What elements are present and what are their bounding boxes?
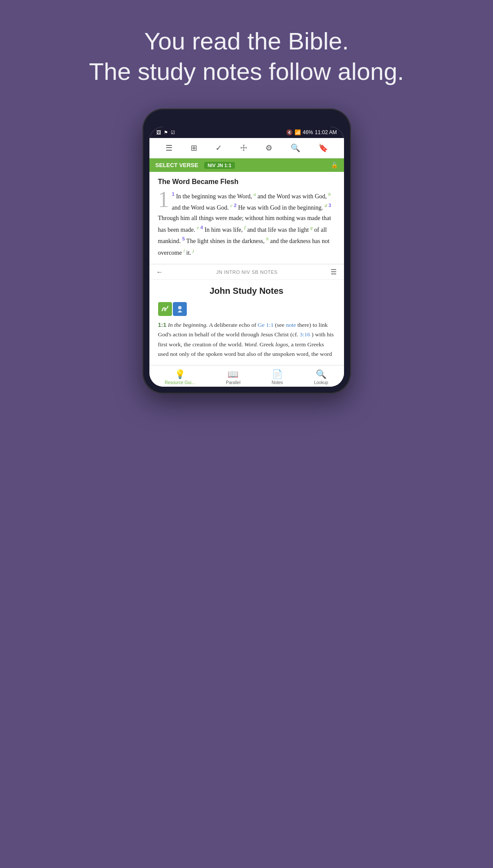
footnote-d: d [324, 203, 327, 208]
tab-resource-label: Resource Gui... [165, 380, 195, 385]
footnote-g: g [310, 225, 313, 230]
bookmark-icon[interactable]: 🔖 [315, 141, 331, 155]
large-verse-number: 1 [158, 188, 169, 211]
study-notes-title: John Study Notes [158, 286, 335, 296]
verse-4-num: 4 [200, 225, 203, 230]
tab-lookup-label: Lookup [314, 380, 328, 385]
menu-lines-icon[interactable]: ☰ [331, 268, 337, 276]
tab-parallel-label: Parallel [226, 380, 240, 385]
mute-icon: 🔇 [286, 129, 293, 135]
verse-badge: NIV JN 1:1 [204, 162, 235, 169]
status-left: 🖼 ⚑ ☑ [156, 130, 175, 135]
status-bar: 🖼 ⚑ ☑ 🔇 📶 46% 11:02 AM [149, 127, 344, 138]
logo-green [158, 302, 172, 316]
footnote-f: f [244, 225, 245, 230]
note-logos-text: logos, [275, 341, 290, 348]
back-arrow-icon[interactable]: ← [156, 268, 163, 276]
note-ref-text: In the beginning. [168, 322, 208, 328]
select-verse-bar[interactable]: SELECT VERSE NIV JN 1:1 🔓 [149, 158, 344, 172]
phone-screen: 🖼 ⚑ ☑ 🔇 📶 46% 11:02 AM ☰ ⊞ ✓ ☩ ⚙ 🔍 [149, 127, 344, 387]
hero-line2: The study notes follow along. [89, 58, 404, 85]
note-note-link[interactable]: note [286, 322, 296, 328]
svg-point-1 [178, 306, 182, 309]
nav-label: JN INTRO NIV SB NOTES [216, 270, 278, 275]
note-316-link[interactable]: 3:16 [300, 331, 310, 338]
verse-5-num: 5 [182, 236, 185, 241]
tab-notes[interactable]: 📄 Notes [267, 369, 287, 385]
note-body-start: A deliberate echo of [209, 322, 258, 328]
notes-icon: 📄 [272, 369, 283, 379]
phone: 🖼 ⚑ ☑ 🔇 📶 46% 11:02 AM ☰ ⊞ ✓ ☩ ⚙ 🔍 [142, 108, 351, 394]
tab-parallel[interactable]: 📖 Parallel [222, 369, 245, 385]
tab-lookup[interactable]: 🔍 Lookup [310, 369, 333, 385]
parallel-icon: 📖 [228, 369, 238, 379]
note-greek-text: Greek [260, 341, 275, 348]
footnote-c: c [230, 203, 232, 208]
verse-1-num: 1 [172, 191, 175, 197]
cart-icon[interactable]: ☩ [237, 141, 251, 155]
hero-section: You read the Bible. The study notes foll… [0, 0, 493, 104]
notes-content: 1:1 In the beginning. A deliberate echo … [158, 320, 335, 359]
study-notes-section: John Study Notes [149, 280, 344, 365]
bookmark-check-icon[interactable]: ✓ [212, 141, 225, 155]
phone-wrapper: 🖼 ⚑ ☑ 🔇 📶 46% 11:02 AM ☰ ⊞ ✓ ☩ ⚙ 🔍 [0, 108, 493, 394]
verse-2-num: 2 [234, 203, 237, 208]
select-verse-left: SELECT VERSE NIV JN 1:1 [156, 162, 235, 168]
lookup-icon: 🔍 [316, 369, 327, 379]
resource-guide-icon: 💡 [175, 369, 185, 379]
status-check-icon: ☑ [171, 130, 175, 135]
settings-icon[interactable]: ⚙ [262, 141, 276, 155]
bible-nav: ← JN INTRO NIV SB NOTES ☰ [149, 264, 344, 280]
note-ge-link[interactable]: Ge 1:1 [258, 322, 273, 328]
footnote-h: h [266, 236, 269, 241]
status-right: 🔇 📶 46% 11:02 AM [286, 129, 337, 135]
bible-content: 1 1 In the beginning was the Word, a and… [158, 190, 335, 258]
footnote-a: a [254, 191, 256, 197]
tab-resource-guide[interactable]: 💡 Resource Gui... [160, 369, 199, 385]
footnote-b: b [328, 191, 331, 197]
footnote-e: e [197, 225, 199, 230]
battery-text: 46% [303, 129, 313, 135]
hero-line1: You read the Bible. [144, 27, 349, 55]
app-bottom-bar: 💡 Resource Gui... 📖 Parallel 📄 Notes 🔍 L… [149, 365, 344, 387]
status-flag-icon: ⚑ [164, 130, 168, 135]
wifi-icon: 📶 [294, 129, 301, 135]
time-text: 11:02 AM [315, 129, 337, 135]
phone-notch [221, 115, 273, 125]
note-see-text: (see [275, 322, 286, 328]
tab-notes-label: Notes [271, 380, 283, 385]
note-verse-ref: 1:1 [158, 322, 167, 328]
lock-icon[interactable]: 🔓 [331, 162, 338, 168]
verse-3-num: 3 [328, 203, 331, 208]
search-icon[interactable]: 🔍 [287, 141, 304, 155]
bible-text-area: The Word Became Flesh 1 1 In the beginni… [149, 172, 344, 264]
notes-logo [158, 302, 335, 316]
footnote-j: j [193, 248, 194, 253]
logo-blue [173, 302, 187, 316]
library-icon[interactable]: ⊞ [187, 141, 201, 155]
select-verse-label: SELECT VERSE [156, 162, 199, 168]
footnote-i: i [183, 248, 185, 253]
menu-icon[interactable]: ☰ [162, 141, 176, 155]
svg-point-0 [164, 309, 166, 311]
toolbar: ☰ ⊞ ✓ ☩ ⚙ 🔍 🔖 [149, 138, 344, 158]
note-word-label: Word. [245, 341, 258, 348]
status-img-icon: 🖼 [156, 130, 161, 135]
section-title: The Word Became Flesh [158, 178, 335, 186]
